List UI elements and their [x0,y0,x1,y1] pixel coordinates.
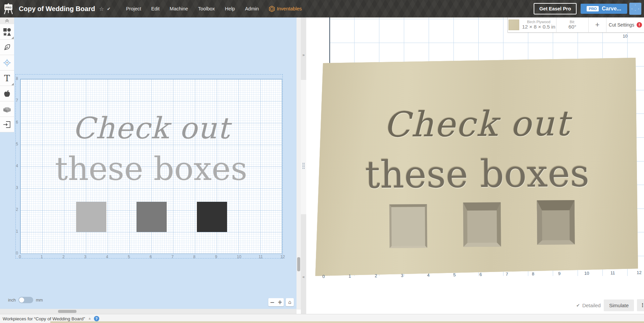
kebab-menu-button[interactable]: ⋮ [637,299,644,311]
apple-icon [3,90,11,98]
origin-target-icon [3,59,11,67]
fullscreen-expand-button[interactable]: ˄ ‹› ˅ [629,3,641,15]
detailed-toggle[interactable]: ✔ Detailed [576,303,601,308]
ruler-x-tick: 5 [128,255,130,259]
preview-3d-viewport[interactable]: 8910 Check out these boxes 0123456789101… [306,17,644,312]
menu-help[interactable]: Help [225,6,235,11]
chevrons-up-icon [5,19,9,23]
cut-settings-label: Cut Settings [609,22,634,28]
menu-edit[interactable]: Edit [151,6,160,11]
wood-board-preview: Check out these boxes [315,57,639,279]
bit-label: Bit: [570,20,575,24]
horizontal-scrollbar-track[interactable] [0,309,297,314]
unit-toggle[interactable] [18,297,33,303]
zoom-home-button[interactable]: ⌂ [286,298,294,306]
carved-pocket-shallow [389,204,427,248]
svg-text:PRO: PRO [5,6,11,9]
expand-right-arrow[interactable]: » [301,52,306,57]
ruler-x-tick: 10 [237,255,241,259]
panel-splitter-middle[interactable] [301,80,306,214]
preview-x-tick: 7 [506,272,508,277]
get-easel-pro-button[interactable]: Get Easel Pro [534,3,577,14]
ruler-x-tick: 6 [150,255,152,259]
preview-x-tick: 2 [375,273,377,278]
ruler-x-tick: 9 [215,255,217,259]
simulate-button[interactable]: Simulate [604,299,634,311]
text-tool-button[interactable]: T [0,71,14,86]
ruler-x-tick: 3 [84,255,87,259]
saved-check-icon: ✔ [107,6,111,11]
ruler-y-tick: 5 [13,142,18,146]
inventables-cube-icon [269,6,275,12]
vertical-scrollbar-thumb[interactable] [297,257,300,271]
horizontal-scrollbar-thumb[interactable] [58,310,76,313]
cut-settings-button[interactable]: Cut Settings ! [606,17,644,32]
favorite-star-icon[interactable]: ☆ [99,6,104,12]
pro-badge: PRO [587,6,599,11]
preview-x-tick: 1 [348,274,351,279]
splitter-drag-handle[interactable] [302,163,305,169]
units-control: inch mm [8,297,43,303]
text-tool-icon: T [4,73,10,83]
expand-left-arrow[interactable]: « [301,274,306,279]
material-swatch [508,19,519,30]
preview-y-tick: 10 [621,34,628,39]
collapse-chevrons-icon[interactable]: » [87,317,92,320]
design-text-line2[interactable]: these boxes [20,153,282,185]
carved-pocket-medium [463,202,501,247]
design-square-2[interactable] [137,202,167,232]
zoom-out-button[interactable]: − [270,299,274,306]
menu-admin[interactable]: Admin [245,6,259,11]
simulate-row: ✔ Detailed Simulate ⋮ [576,299,644,312]
easel-logo-icon[interactable]: PRO [3,3,13,14]
toggle-knob [19,297,24,303]
bit-value: 60° [569,24,576,30]
app-header: PRO Copy of Wedding Board ☆ ✔ ProjectEdi… [0,0,644,17]
bit-selector[interactable]: Bit: 60° [556,17,589,32]
inventables-link[interactable]: Inventables [269,6,302,12]
help-icon[interactable]: ? [94,316,99,321]
easel-app: 8910 Check out these boxes 0123456789101… [0,0,644,323]
preview-x-tick: 3 [401,273,403,278]
unit-inch-label: inch [8,298,16,303]
pen-tool-button[interactable] [0,40,14,55]
ruler-y-tick: 1 [13,229,18,234]
project-title[interactable]: Copy of Wedding Board [19,5,95,13]
menu-machine[interactable]: Machine [170,6,188,11]
carve-label: Carve... [602,6,621,12]
carved-text-line1: Check out [315,106,639,143]
ruler-x-tick: 8 [193,255,196,259]
origin-tool-button[interactable] [0,55,14,71]
workpiece-thumbnail-strip[interactable] [50,321,644,323]
add-bit-button[interactable]: + [589,17,606,32]
carve-button[interactable]: PRO Carve... [581,4,627,14]
shapes-tool-button[interactable] [0,24,14,40]
carved-text-line2: these boxes [315,154,639,194]
menu-project[interactable]: Project [126,6,141,11]
design-square-1[interactable] [76,202,106,232]
preview-x-tick: 4 [427,273,429,278]
warning-icon: ! [637,22,642,28]
design-text-line1[interactable]: Check out [20,113,282,143]
pen-nib-icon [3,44,11,51]
preview-x-tick: 12 [637,270,642,275]
material-selector[interactable]: Birch Plywood 12 × 8 × 0.5 in [508,17,556,32]
zoom-in-button[interactable]: + [277,299,282,306]
preview-x-tick: 8 [532,271,534,276]
expand-arrows-icon: ˄ ‹› ˅ [630,5,640,13]
apps-tool-button[interactable] [0,86,14,101]
ruler-y-tick: 4 [13,164,18,168]
carved-design: Check out these boxes [315,56,640,280]
menu-toolbox[interactable]: Toolbox [198,6,215,11]
ruler-x-tick: 0 [19,255,21,259]
material-bar: Birch Plywood 12 × 8 × 0.5 in Bit: 60° +… [507,17,644,33]
toolbar-collapse-button[interactable] [0,17,14,25]
preview-x-tick: 0 [322,274,325,279]
preview-x-tick: 10 [584,271,589,276]
import-tool-button[interactable] [0,117,14,132]
projects-tool-button[interactable] [0,101,14,117]
design-square-3[interactable] [197,202,227,232]
ruler-y-tick: 0 [13,251,18,256]
zoom-controls: − + [268,298,284,306]
material-name: Birch Plywood [527,20,550,24]
